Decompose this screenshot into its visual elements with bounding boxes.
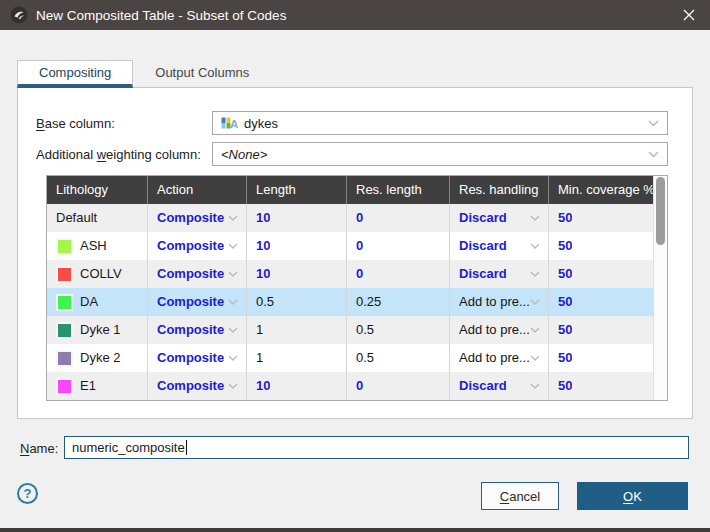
- length-value: 0.5: [256, 288, 274, 316]
- min-coverage-value: 50: [558, 288, 572, 316]
- lithology-cell: Dyke 1: [47, 316, 148, 344]
- min-coverage-cell[interactable]: 50: [549, 316, 653, 344]
- action-dropdown[interactable]: Composite: [148, 204, 247, 232]
- lithology-table: Lithology Action Length Res. length Res.…: [46, 175, 668, 401]
- action-value: Composite: [157, 232, 224, 260]
- name-label: Name:: [20, 441, 58, 456]
- res-length-cell[interactable]: 0.25: [347, 288, 450, 316]
- min-coverage-value: 50: [558, 344, 572, 372]
- res-handling-dropdown[interactable]: Discard: [450, 372, 549, 400]
- res-length-cell[interactable]: 0: [347, 204, 450, 232]
- table-row[interactable]: E1 Composite 10 0 Discard 50: [47, 372, 653, 400]
- res-length-cell[interactable]: 0: [347, 260, 450, 288]
- action-dropdown[interactable]: Composite: [148, 232, 247, 260]
- lithology-label: E1: [80, 372, 96, 400]
- min-coverage-cell[interactable]: 50: [549, 288, 653, 316]
- min-coverage-cell[interactable]: 50: [549, 372, 653, 400]
- length-cell[interactable]: 10: [247, 372, 347, 400]
- chevron-down-icon: [530, 243, 540, 249]
- min-coverage-cell[interactable]: 50: [549, 344, 653, 372]
- chevron-down-icon: [648, 120, 659, 127]
- close-icon[interactable]: [668, 0, 710, 30]
- res-handling-dropdown[interactable]: Discard: [450, 232, 549, 260]
- action-dropdown[interactable]: Composite: [148, 344, 247, 372]
- action-value: Composite: [157, 316, 224, 344]
- chevron-down-icon: [530, 271, 540, 277]
- length-value: 10: [256, 232, 270, 260]
- length-cell[interactable]: 1: [247, 344, 347, 372]
- length-value: 1: [256, 316, 263, 344]
- weighting-column-value: <None>: [221, 147, 267, 162]
- res-length-value: 0: [356, 232, 363, 260]
- chevron-down-icon: [228, 383, 238, 389]
- length-cell[interactable]: 10: [247, 232, 347, 260]
- chevron-down-icon: [530, 383, 540, 389]
- length-value: 1: [256, 344, 263, 372]
- min-coverage-cell[interactable]: 50: [549, 232, 653, 260]
- res-handling-dropdown[interactable]: Add to pre...: [450, 344, 549, 372]
- min-coverage-value: 50: [558, 232, 572, 260]
- column-header-res-length: Res. length: [347, 176, 450, 204]
- scrollbar-thumb[interactable]: [656, 177, 665, 245]
- category-column-icon: A: [221, 115, 238, 131]
- min-coverage-cell[interactable]: 50: [549, 260, 653, 288]
- res-handling-dropdown[interactable]: Add to pre...: [450, 316, 549, 344]
- lithology-label: ASH: [80, 232, 107, 260]
- res-length-cell[interactable]: 0.5: [347, 344, 450, 372]
- res-length-value: 0.25: [356, 288, 381, 316]
- lithology-cell: Default: [47, 204, 148, 232]
- table-row[interactable]: Dyke 2 Composite 1 0.5 Add to pre... 50: [47, 344, 653, 372]
- table-row[interactable]: COLLV Composite 10 0 Discard 50: [47, 260, 653, 288]
- new-composited-table-dialog: New Composited Table - Subset of Codes C…: [0, 0, 710, 532]
- lithology-cell: E1: [47, 372, 148, 400]
- chevron-down-icon: [648, 151, 659, 158]
- action-value: Composite: [157, 204, 224, 232]
- min-coverage-value: 50: [558, 372, 572, 400]
- table-row[interactable]: ASH Composite 10 0 Discard 50: [47, 232, 653, 260]
- chevron-down-icon: [228, 271, 238, 277]
- lithology-table-body: Default Composite 10 0 Discard 50 ASH: [47, 204, 653, 400]
- chevron-down-icon: [228, 355, 238, 361]
- chevron-down-icon: [530, 299, 540, 305]
- table-row[interactable]: Dyke 1 Composite 1 0.5 Add to pre... 50: [47, 316, 653, 344]
- length-cell[interactable]: 10: [247, 260, 347, 288]
- res-handling-value: Discard: [459, 204, 507, 232]
- help-button[interactable]: ?: [17, 483, 38, 504]
- chevron-down-icon: [228, 327, 238, 333]
- length-cell[interactable]: 0.5: [247, 288, 347, 316]
- action-value: Composite: [157, 372, 224, 400]
- res-handling-value: Discard: [459, 260, 507, 288]
- column-header-length: Length: [247, 176, 347, 204]
- res-handling-dropdown[interactable]: Add to pre...: [450, 288, 549, 316]
- cancel-button[interactable]: Cancel: [481, 482, 559, 510]
- res-handling-dropdown[interactable]: Discard: [450, 260, 549, 288]
- title-bar: New Composited Table - Subset of Codes: [0, 0, 710, 30]
- action-dropdown[interactable]: Composite: [148, 260, 247, 288]
- res-length-cell[interactable]: 0: [347, 232, 450, 260]
- res-length-cell[interactable]: 0.5: [347, 316, 450, 344]
- res-handling-value: Discard: [459, 372, 507, 400]
- res-length-cell[interactable]: 0: [347, 372, 450, 400]
- action-dropdown[interactable]: Composite: [148, 372, 247, 400]
- res-length-value: 0.5: [356, 316, 374, 344]
- tab-compositing[interactable]: Compositing: [17, 60, 133, 88]
- res-length-value: 0: [356, 260, 363, 288]
- table-scrollbar[interactable]: [653, 176, 667, 400]
- lithology-color-swatch: [56, 350, 73, 367]
- min-coverage-cell[interactable]: 50: [549, 204, 653, 232]
- table-row[interactable]: DA Composite 0.5 0.25 Add to pre... 50: [47, 288, 653, 316]
- base-column-value: dykes: [244, 116, 278, 131]
- table-row[interactable]: Default Composite 10 0 Discard 50: [47, 204, 653, 232]
- res-handling-dropdown[interactable]: Discard: [450, 204, 549, 232]
- ok-button[interactable]: OK: [577, 482, 688, 510]
- tab-output-columns[interactable]: Output Columns: [133, 60, 271, 88]
- length-cell[interactable]: 1: [247, 316, 347, 344]
- lithology-color-swatch: [56, 322, 73, 339]
- action-dropdown[interactable]: Composite: [148, 288, 247, 316]
- name-input[interactable]: numeric_composite: [64, 436, 689, 459]
- action-dropdown[interactable]: Composite: [148, 316, 247, 344]
- weighting-column-select[interactable]: <None>: [212, 142, 668, 166]
- base-column-select[interactable]: A dykes: [212, 111, 668, 135]
- length-cell[interactable]: 10: [247, 204, 347, 232]
- column-header-res-handling: Res. handling: [450, 176, 549, 204]
